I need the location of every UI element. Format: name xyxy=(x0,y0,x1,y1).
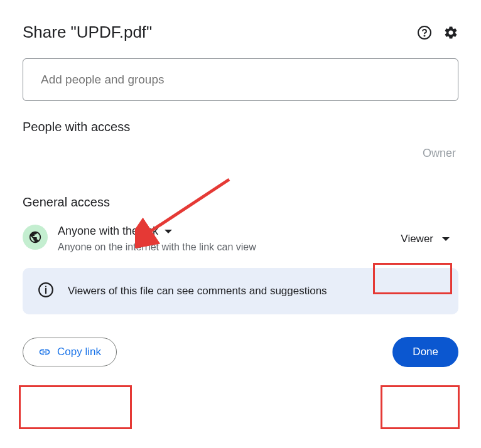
header-actions xyxy=(417,25,458,40)
role-label: Viewer xyxy=(401,233,433,245)
access-scope-dropdown[interactable]: Anyone with the link xyxy=(58,225,256,238)
people-with-access-heading: People with access xyxy=(23,120,458,134)
general-access-row: Anyone with the link Anyone on the inter… xyxy=(23,225,458,253)
info-icon xyxy=(38,282,54,301)
dialog-header: Share "UPDF.pdf" xyxy=(23,23,458,42)
info-banner-text: Viewers of this file can see comments an… xyxy=(68,285,327,297)
globe-icon xyxy=(23,225,48,250)
dialog-footer: Copy link Done xyxy=(23,337,458,367)
copy-link-label: Copy link xyxy=(57,346,101,358)
chevron-down-icon xyxy=(165,230,172,233)
role-dropdown[interactable]: Viewer xyxy=(392,227,458,252)
access-scope-group: Anyone with the link Anyone on the inter… xyxy=(23,225,256,253)
add-people-input[interactable] xyxy=(23,58,458,101)
owner-row: Owner xyxy=(23,147,458,160)
general-access-heading: General access xyxy=(23,195,458,210)
link-icon xyxy=(38,346,51,358)
help-icon[interactable] xyxy=(417,25,432,40)
svg-point-1 xyxy=(424,35,425,36)
svg-point-4 xyxy=(45,286,46,287)
share-dialog: Share "UPDF.pdf" People with access Owne… xyxy=(0,0,481,448)
dialog-title: Share "UPDF.pdf" xyxy=(23,23,152,42)
info-banner: Viewers of this file can see comments an… xyxy=(23,268,458,314)
settings-icon[interactable] xyxy=(443,25,458,40)
copy-link-button[interactable]: Copy link xyxy=(23,338,117,366)
access-scope-description: Anyone on the internet with the link can… xyxy=(58,242,256,253)
chevron-down-icon xyxy=(442,237,450,241)
owner-role-label: Owner xyxy=(423,147,456,160)
access-scope-label: Anyone with the link xyxy=(58,225,158,238)
done-button[interactable]: Done xyxy=(392,337,458,367)
access-text-group: Anyone with the link Anyone on the inter… xyxy=(58,225,256,253)
